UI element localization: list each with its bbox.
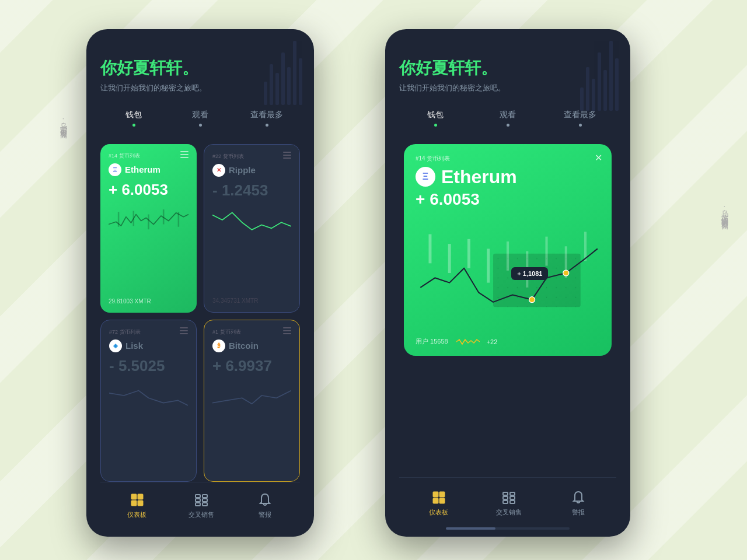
svg-rect-10 xyxy=(203,495,207,498)
detail-coin-icon: Ξ xyxy=(416,167,435,187)
coin-icon-lisk: ◈ xyxy=(109,340,122,352)
coin-value-lisk: - 5.5025 xyxy=(109,357,188,375)
svg-rect-12 xyxy=(203,499,207,502)
bell-icon xyxy=(257,492,273,508)
tab-top[interactable]: 查看最多 xyxy=(233,110,300,132)
svg-point-29 xyxy=(563,270,569,276)
card-tag-etherum: #14 货币列表 xyxy=(109,152,189,160)
tab-watch-right[interactable]: 观看 xyxy=(472,110,544,132)
svg-rect-33 xyxy=(439,498,445,503)
nav-dashboard-right[interactable]: 仪表板 xyxy=(429,489,448,517)
mini-chart-bitcoin xyxy=(212,381,291,410)
detail-change: +22 xyxy=(487,338,498,345)
cards-grid-left: #14 货币列表 Ξ Etherum + 6.0053 xyxy=(100,144,300,482)
tabs-right: 钱包 观看 查看最多 xyxy=(399,110,616,132)
close-button[interactable]: ✕ xyxy=(595,152,602,163)
nav-label-crosssell-left: 交叉销售 xyxy=(189,510,214,519)
card-etherum[interactable]: #14 货币列表 Ξ Etherum + 6.0053 xyxy=(100,144,197,313)
card-tag-ripple: #22 货币列表 xyxy=(212,153,291,160)
dashboard-icon xyxy=(129,492,145,508)
detail-card: #14 货币列表 ✕ Ξ Etherum + 6.0053 xyxy=(404,144,612,356)
bg-chart-left xyxy=(264,41,302,105)
card-menu-lisk[interactable] xyxy=(180,327,188,334)
card-tag-bitcoin: #1 货币列表 xyxy=(212,328,291,336)
tab-wallet[interactable]: 钱包 xyxy=(100,110,167,132)
coin-name-bitcoin: Bitcoin xyxy=(229,341,259,351)
nav-label-crosssell-right: 交叉销售 xyxy=(496,508,522,517)
card-ripple[interactable]: #22 货币列表 ✕ Ripple - 1.2453 34.345731 XMT… xyxy=(204,144,300,313)
coin-icon-bitcoin: ₿ xyxy=(212,340,225,352)
crosssell-icon-right xyxy=(501,489,517,506)
nav-label-alert-left: 警报 xyxy=(259,510,271,519)
phone-right: 你好夏轩轩。 让我们开始我们的秘密之旅吧。 钱包 观看 查看最多 #14 货币列… xyxy=(385,29,630,537)
bg-chart-right xyxy=(580,41,619,111)
nav-alert-right[interactable]: 警报 xyxy=(570,489,587,517)
svg-rect-39 xyxy=(510,501,515,503)
card-menu-etherum[interactable] xyxy=(180,151,189,158)
coin-name-lisk: Lisk xyxy=(125,341,143,351)
nav-crosssell-right[interactable]: 交叉销售 xyxy=(496,489,522,517)
rotated-label-left: 乌·货币列表页面 xyxy=(58,117,68,128)
chart-tooltip: + 1,1081 xyxy=(511,267,548,280)
coin-name-etherum: Etherum xyxy=(125,164,160,174)
bottom-nav-left: 仪表板 交叉销售 xyxy=(100,482,300,525)
svg-rect-6 xyxy=(138,494,143,499)
svg-point-28 xyxy=(529,296,535,302)
tab-wallet-right[interactable]: 钱包 xyxy=(399,110,472,132)
card-tag-lisk: #72 货币列表 xyxy=(109,328,188,336)
mini-wave-icon xyxy=(456,337,480,346)
detail-coin-value: + 6.0053 xyxy=(416,190,600,209)
svg-rect-13 xyxy=(196,503,200,506)
coin-xmtr-etherum: 29.81003 XMTR xyxy=(109,298,189,304)
detail-users-label: 用户 15658 xyxy=(416,337,448,346)
mini-chart-lisk xyxy=(109,381,188,410)
phone-left: 你好夏轩轩。 让我们开始我们的秘密之旅吧。 钱包 观看 查看最多 #14 货币列… xyxy=(86,29,314,537)
phone-right-content: 你好夏轩轩。 让我们开始我们的秘密之旅吧。 钱包 观看 查看最多 #14 货币列… xyxy=(385,29,630,537)
nav-label-dashboard-left: 仪表板 xyxy=(127,510,146,519)
svg-rect-32 xyxy=(433,498,438,503)
crosssell-icon xyxy=(193,492,210,508)
mini-chart-ripple xyxy=(212,205,291,235)
svg-rect-5 xyxy=(131,494,137,499)
svg-rect-34 xyxy=(503,492,508,495)
coin-name-ripple: Ripple xyxy=(229,165,256,175)
card-menu-bitcoin[interactable] xyxy=(283,327,291,334)
card-bitcoin[interactable]: #1 货币列表 ₿ Bitcoin + 6.9937 xyxy=(204,320,300,482)
large-chart: + 1,1081 xyxy=(416,215,600,331)
coin-xmtr-ripple: 34.345731 XMTR xyxy=(212,298,291,304)
svg-rect-18 xyxy=(493,253,581,306)
bell-icon-right xyxy=(570,489,587,506)
nav-crosssell-left[interactable]: 交叉销售 xyxy=(189,492,214,519)
dashboard-icon-right xyxy=(431,489,447,506)
svg-rect-31 xyxy=(439,492,445,497)
svg-rect-14 xyxy=(203,503,207,506)
svg-rect-11 xyxy=(196,499,200,502)
bottom-nav-right: 仪表板 交叉销售 xyxy=(399,477,616,523)
card-menu-ripple[interactable] xyxy=(283,152,291,159)
card-lisk[interactable]: #72 货币列表 ◈ Lisk - 5.5025 xyxy=(100,320,197,482)
nav-label-alert-right: 警报 xyxy=(572,508,585,517)
nav-alert-left[interactable]: 警报 xyxy=(257,492,273,519)
nav-dashboard-left[interactable]: 仪表板 xyxy=(127,492,146,519)
svg-rect-9 xyxy=(196,495,200,498)
svg-rect-8 xyxy=(138,501,143,506)
scroll-indicator xyxy=(446,527,570,530)
svg-rect-37 xyxy=(510,496,515,499)
coin-icon-etherum: Ξ xyxy=(109,163,121,176)
coin-icon-ripple: ✕ xyxy=(212,164,225,177)
detail-coin-name: Etherum xyxy=(441,166,517,188)
svg-rect-38 xyxy=(503,501,508,503)
large-chart-svg xyxy=(416,215,600,331)
tab-top-right[interactable]: 查看最多 xyxy=(544,110,616,132)
svg-rect-36 xyxy=(503,496,508,499)
svg-rect-7 xyxy=(131,501,137,506)
tab-watch[interactable]: 观看 xyxy=(167,110,233,132)
svg-rect-30 xyxy=(433,492,438,497)
detail-bottom-bar: 用户 15658 +22 xyxy=(416,337,600,346)
rotated-label-right: 乌·货币详情到列表页面 xyxy=(720,204,729,219)
coin-value-etherum: + 6.0053 xyxy=(109,181,189,199)
mini-chart-etherum xyxy=(109,205,189,234)
coin-value-ripple: - 1.2453 xyxy=(212,181,291,200)
svg-rect-35 xyxy=(510,492,515,495)
phone-left-content: 你好夏轩轩。 让我们开始我们的秘密之旅吧。 钱包 观看 查看最多 #14 货币列… xyxy=(86,29,314,537)
